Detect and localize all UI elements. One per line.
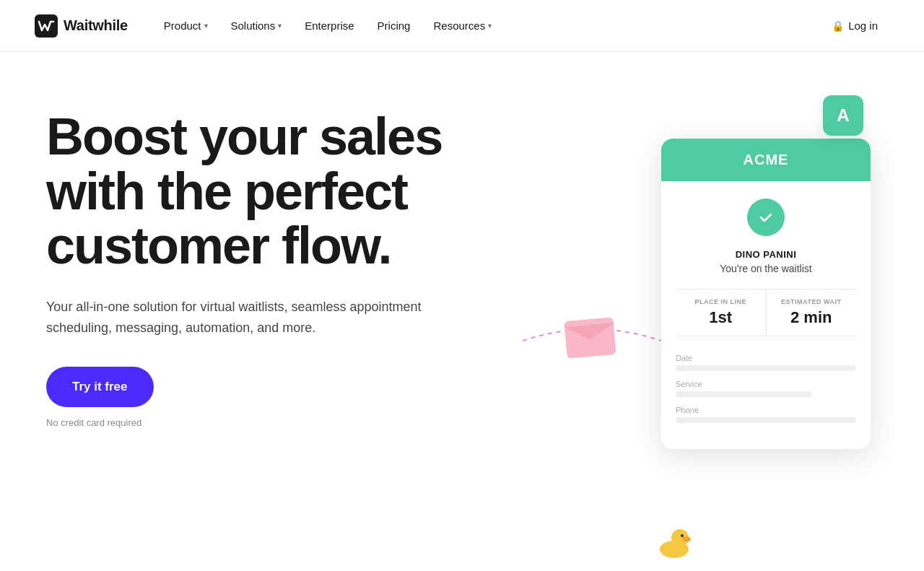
nav-pricing-label: Pricing: [378, 19, 411, 32]
nav-right: 🔒 Log in: [820, 14, 889, 38]
estimated-wait-stat: ESTIMATED WAIT 2 min: [767, 289, 857, 336]
nav-enterprise-label: Enterprise: [305, 19, 354, 32]
wait-value: 2 min: [774, 308, 850, 327]
nav-resources-label: Resources: [433, 19, 485, 32]
checkmark-icon: [757, 209, 775, 226]
solutions-chevron-icon: ▾: [278, 22, 282, 30]
phone-field-label: Phone: [676, 406, 856, 414]
login-label: Log in: [848, 19, 878, 32]
svg-point-4: [682, 536, 691, 542]
resources-chevron-icon: ▾: [488, 22, 492, 30]
waitlist-card: ACME DINO PANINI You're on the waitlist …: [661, 139, 871, 449]
place-value: 1st: [683, 308, 759, 327]
check-circle: [747, 199, 785, 236]
date-field-bar: [676, 365, 856, 371]
svg-point-5: [681, 534, 684, 537]
place-in-line-stat: PLACE IN LINE 1st: [676, 289, 767, 336]
service-field-bar: [676, 391, 811, 397]
nav-item-solutions[interactable]: Solutions ▾: [221, 14, 292, 38]
no-credit-text: No credit card required: [46, 417, 523, 428]
nav-item-resources[interactable]: Resources ▾: [423, 14, 502, 38]
product-chevron-icon: ▾: [204, 22, 208, 30]
place-label: PLACE IN LINE: [683, 298, 759, 305]
login-button[interactable]: 🔒 Log in: [820, 14, 889, 38]
nav-item-product[interactable]: Product ▾: [154, 14, 218, 38]
navbar: Waitwhile Product ▾ Solutions ▾ Enterpri…: [0, 0, 924, 52]
a-badge: A: [823, 95, 863, 136]
waitlist-status: You're on the waitlist: [676, 263, 856, 274]
form-section: Date Service Phone: [676, 351, 856, 435]
card-body: DINO PANINI You're on the waitlist PLACE…: [661, 181, 871, 449]
cta-button[interactable]: Try it free: [46, 367, 154, 407]
logo-link[interactable]: Waitwhile: [35, 14, 128, 38]
nav-item-pricing[interactable]: Pricing: [367, 14, 421, 38]
hero-left: Boost your sales with the perfect custom…: [46, 95, 523, 571]
duck-decoration: [653, 519, 696, 571]
envelope-decoration: [564, 317, 616, 367]
hero-right: A ACME DINO PANINI You're on the waitlis…: [523, 95, 878, 571]
nav-links: Product ▾ Solutions ▾ Enterprise Pricing…: [154, 14, 502, 38]
customer-name: DINO PANINI: [676, 249, 856, 260]
badge-letter: A: [837, 105, 849, 126]
card-company-name: ACME: [744, 152, 789, 167]
logo-icon: [35, 14, 58, 38]
service-field-label: Service: [676, 380, 856, 388]
nav-item-enterprise[interactable]: Enterprise: [295, 14, 364, 38]
wait-label: ESTIMATED WAIT: [774, 298, 850, 305]
waitlist-stats: PLACE IN LINE 1st ESTIMATED WAIT 2 min: [676, 289, 856, 336]
date-field-label: Date: [676, 354, 856, 362]
lock-icon: 🔒: [832, 20, 844, 32]
nav-solutions-label: Solutions: [231, 19, 276, 32]
brand-name: Waitwhile: [64, 17, 128, 34]
hero-subtext: Your all-in-one solution for virtual wai…: [46, 297, 422, 339]
cta-label: Try it free: [72, 380, 128, 394]
hero-section: Boost your sales with the perfect custom…: [0, 52, 924, 571]
nav-product-label: Product: [164, 19, 201, 32]
hero-headline: Boost your sales with the perfect custom…: [46, 110, 523, 274]
card-header: ACME: [661, 139, 871, 181]
nav-left: Waitwhile Product ▾ Solutions ▾ Enterpri…: [35, 14, 502, 38]
phone-field-bar: [676, 417, 856, 423]
